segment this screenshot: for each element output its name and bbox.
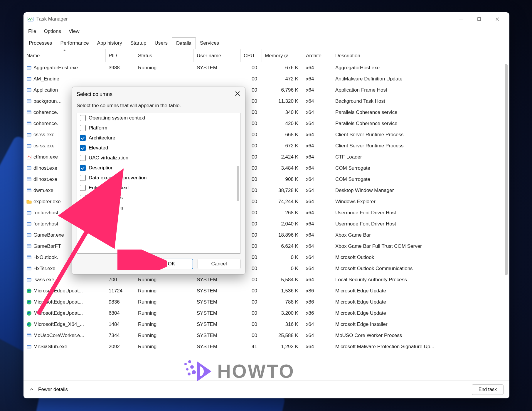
table-row[interactable]: MicrosoftEdgeUpdat...9836RunningSYSTEM00… (23, 297, 509, 308)
tab-details[interactable]: Details (172, 37, 196, 49)
col-user[interactable]: User name (194, 49, 241, 62)
process-icon (26, 288, 32, 294)
column-option[interactable]: Enterprise context (77, 183, 240, 193)
col-status[interactable]: Status (135, 49, 194, 62)
table-row[interactable]: MnSiaStub.exe2092RunningSYSTEM411,292 Kx… (23, 341, 509, 352)
vertical-scrollbar[interactable] (505, 64, 508, 275)
column-option[interactable]: Platform (77, 123, 240, 133)
menu-options[interactable]: Options (44, 28, 61, 34)
fewer-details-link[interactable]: Fewer details (38, 387, 68, 393)
menu-file[interactable]: File (28, 28, 36, 34)
cancel-button[interactable]: Cancel (198, 259, 240, 269)
dialog-subtitle: Select the columns that will appear in t… (72, 102, 245, 113)
col-cpu[interactable]: CPU (241, 49, 262, 62)
cell-status: Running (135, 321, 194, 327)
cell-desc: MoUSO Core Worker Process (332, 333, 502, 338)
cell-pid: 700 (106, 277, 135, 283)
checkbox[interactable] (80, 195, 86, 201)
svg-rect-39 (27, 267, 31, 268)
checkbox[interactable] (80, 125, 86, 131)
tab-users[interactable]: Users (151, 37, 172, 49)
col-desc[interactable]: Description (332, 49, 502, 62)
process-icon (26, 233, 32, 238)
checkbox[interactable] (80, 185, 86, 191)
column-option[interactable]: DPI Awareness (77, 193, 240, 203)
col-pid[interactable]: PID (106, 49, 135, 62)
svg-rect-10 (27, 88, 31, 89)
checkbox[interactable] (80, 175, 86, 181)
column-option-label: Elevated (89, 145, 108, 151)
cell-arch: x64 (303, 277, 332, 283)
minimize-button[interactable] (452, 13, 470, 25)
close-button[interactable] (488, 13, 506, 25)
cell-name: backgroun… (33, 98, 62, 104)
cell-name: MnSiaStub.exe (33, 344, 67, 350)
column-option[interactable]: Data execution prevention (77, 173, 240, 183)
checkbox[interactable] (80, 215, 86, 221)
cell-mem: 25,588 K (262, 333, 303, 338)
table-row[interactable]: MicrosoftEdgeUpdat...6804RunningSYSTEM00… (23, 308, 509, 319)
column-option[interactable]: Operating system context (77, 113, 240, 123)
col-memory[interactable]: Memory (a... (262, 49, 303, 62)
column-option[interactable]: Power throttling (77, 203, 240, 213)
ok-button[interactable]: OK (150, 259, 193, 269)
cell-name: MoUsoCoreWorker.e... (33, 333, 84, 338)
end-task-button[interactable]: End task (472, 384, 504, 395)
menu-view[interactable]: View (69, 28, 80, 34)
column-option[interactable]: UAC virtualization (77, 153, 240, 163)
checkbox[interactable] (80, 135, 86, 141)
process-icon (26, 65, 32, 70)
window-title: Task Manager (36, 16, 68, 22)
svg-rect-6 (27, 66, 31, 67)
checkbox[interactable] (80, 205, 86, 211)
cell-mem: 676 K (262, 65, 303, 71)
dialog-close-button[interactable] (235, 91, 240, 98)
process-icon (26, 210, 32, 215)
process-icon (26, 87, 32, 93)
cell-cpu: 00 (241, 299, 262, 305)
cell-desc: Desktop Window Manager (332, 188, 502, 193)
cell-mem: 2,040 K (262, 221, 303, 227)
cell-name: AM_Engine (33, 76, 59, 82)
cell-mem: 11,320 K (262, 98, 303, 104)
tab-performance[interactable]: Performance (56, 37, 93, 49)
column-option[interactable]: GPU (77, 213, 240, 223)
column-option[interactable]: Architecture (77, 133, 240, 143)
checkbox[interactable] (80, 165, 86, 171)
column-option[interactable]: Description (77, 163, 240, 173)
dialog-scrollbar[interactable] (237, 166, 239, 201)
process-icon (26, 110, 32, 115)
table-row[interactable]: lsass.exe700RunningSYSTEM005,584 Kx64Loc… (23, 274, 509, 285)
cell-arch: x64 (303, 110, 332, 115)
cell-status: Running (135, 299, 194, 305)
column-option[interactable]: Elevated (77, 143, 240, 153)
cell-desc: Windows Explorer (332, 199, 502, 205)
cell-pid: 3988 (106, 65, 135, 71)
tab-startup[interactable]: Startup (126, 37, 151, 49)
table-row[interactable]: MoUsoCoreWorker.e...7344RunningSYSTEM002… (23, 330, 509, 341)
columns-list[interactable]: Operating system contextPlatformArchitec… (77, 113, 240, 254)
col-name[interactable]: Name (23, 49, 106, 62)
table-row[interactable]: AggregatorHost.exe3988RunningSYSTEM00676… (23, 62, 509, 73)
tab-app-history[interactable]: App history (93, 37, 126, 49)
cell-mem: 340 K (262, 110, 303, 115)
table-row[interactable]: MicrosoftEdge_X64_...1484RunningSYSTEM00… (23, 319, 509, 330)
checkbox[interactable] (80, 155, 86, 161)
col-arch[interactable]: Archite... (303, 49, 332, 62)
cell-pid: 11724 (106, 288, 135, 294)
table-row[interactable]: MicrosoftEdgeUpdat...11724RunningSYSTEM0… (23, 285, 509, 297)
tab-processes[interactable]: Processes (25, 37, 56, 49)
cell-cpu: 00 (241, 310, 262, 316)
maximize-button[interactable] (470, 13, 488, 25)
checkbox[interactable] (80, 145, 86, 151)
process-icon (26, 132, 32, 137)
process-icon (26, 266, 32, 271)
column-option-label: Data execution prevention (89, 175, 147, 181)
cell-pid: 2092 (106, 344, 135, 350)
process-icon (26, 344, 32, 349)
table-row[interactable]: AM_Engine00472 Kx64AntiMalware Definitio… (23, 73, 509, 85)
checkbox[interactable] (80, 115, 86, 121)
cell-arch: x64 (303, 243, 332, 249)
cell-pid: 9836 (106, 299, 135, 305)
tab-services[interactable]: Services (196, 37, 223, 49)
